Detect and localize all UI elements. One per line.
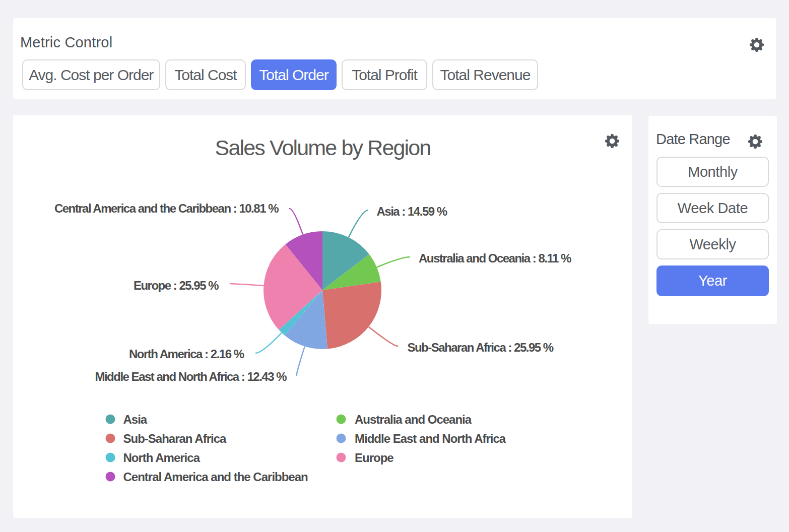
svg-text:Sub-Saharan Africa: Sub-Saharan Africa xyxy=(123,432,227,445)
svg-text:Australia and Oceania: Australia and Oceania xyxy=(355,413,472,426)
svg-text:Sub-Saharan Africa : 25.95 %: Sub-Saharan Africa : 25.95 % xyxy=(407,341,553,354)
svg-text:North America : 2.16 %: North America : 2.16 % xyxy=(129,347,244,361)
svg-text:Asia: Asia xyxy=(123,413,148,426)
svg-text:Asia : 14.59 %: Asia : 14.59 % xyxy=(377,205,447,218)
svg-text:Australia and Oceania : 8.11 %: Australia and Oceania : 8.11 % xyxy=(419,251,571,265)
svg-text:Middle East and North Africa :: Middle East and North Africa : 12.43 % xyxy=(95,370,287,383)
svg-text:Europe: Europe xyxy=(355,451,393,464)
svg-text:Central America and the Caribb: Central America and the Caribbean xyxy=(123,470,308,484)
svg-text:North America: North America xyxy=(123,451,201,464)
svg-text:Central America and the Caribb: Central America and the Caribbean : 10.8… xyxy=(54,202,279,215)
svg-text:Middle East and North Africa: Middle East and North Africa xyxy=(355,432,506,445)
svg-text:Europe : 25.95 %: Europe : 25.95 % xyxy=(134,279,219,292)
